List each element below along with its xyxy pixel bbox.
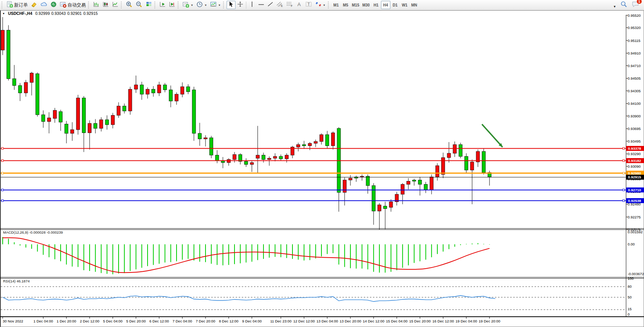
price-tick-label: 0.95320: [628, 26, 641, 30]
candle-body: [140, 85, 143, 94]
candle-body: [320, 135, 323, 141]
candle-body: [279, 156, 283, 159]
candle-body: [152, 89, 155, 93]
macd-value: -0.000028: [29, 230, 46, 234]
candle-body: [210, 138, 213, 155]
price-tick-label: 0.92075: [628, 227, 641, 231]
line-handle[interactable]: [623, 172, 625, 174]
price-tick-label: 0.95115: [628, 38, 641, 43]
price-tick-label: 0.92275: [628, 215, 641, 219]
candle-body: [59, 112, 63, 122]
candle-body: [326, 135, 329, 146]
candle-body: [71, 130, 74, 133]
time-tick-label: 5 Dec 04:00: [103, 319, 122, 323]
candle-body: [36, 74, 39, 115]
candle-body: [442, 158, 445, 175]
candles-layer: [1, 17, 491, 230]
price-tick-label: 0.94910: [628, 51, 641, 55]
candle-body: [30, 73, 34, 82]
candle-body: [53, 111, 56, 119]
time-tick-label: 2 Dec 12:00: [80, 319, 99, 323]
trend-arrow[interactable]: [482, 124, 503, 147]
quote-close: 0.92915: [83, 11, 98, 16]
price-badge-label: 0.92710: [628, 188, 641, 192]
candle-body: [42, 115, 45, 122]
time-tick-label: 8 Dec 12:00: [219, 319, 238, 323]
candle-body: [82, 98, 85, 133]
candle-body: [128, 89, 132, 111]
line-handle[interactable]: [623, 189, 625, 191]
time-tick-label: 11 Dec 23:00: [270, 319, 292, 323]
candle-body: [134, 85, 138, 89]
candle-body: [302, 144, 306, 146]
rsi-axis-label: 50: [628, 295, 632, 299]
time-tick-label: 13 Dec 20:00: [340, 319, 361, 323]
candle-body: [273, 156, 277, 158]
price-tick-label: 0.93290: [628, 152, 641, 156]
macd-axis-label: 0.00: [628, 242, 635, 246]
candle-body: [204, 138, 207, 139]
time-tick-label: 15 Dec 04:00: [386, 319, 408, 323]
macd-indicator-label: MACD(12,26,9) -0.000028 -0.000239: [3, 230, 63, 234]
candle-body: [105, 120, 109, 125]
line-handle[interactable]: [2, 189, 3, 191]
price-badge-label: 0.92538: [628, 199, 641, 203]
time-tick-label: 19 Dec 04:00: [456, 319, 477, 323]
macd-panel: 0.0015920.00-0.003672: [3, 230, 644, 276]
candle-body: [447, 153, 451, 157]
candle-body: [47, 118, 51, 122]
rsi-axis-label: 100: [628, 276, 634, 281]
price-badge-label: 0.92915: [628, 175, 641, 179]
line-handle[interactable]: [623, 200, 625, 202]
candle-body: [244, 161, 248, 164]
candle-body: [18, 85, 22, 93]
candle-body: [378, 205, 381, 211]
chart-canvas: 10080501500.0015920.00-0.0036720.955200.…: [0, 0, 644, 327]
candle-body: [186, 87, 190, 92]
line-handle[interactable]: [2, 160, 3, 162]
candle-body: [413, 180, 416, 181]
candle-body: [256, 155, 259, 158]
chart-title-expander-icon[interactable]: ▼: [2, 12, 5, 15]
candle-body: [372, 186, 375, 211]
candle-body: [65, 124, 68, 133]
time-tick-label: 15 Dec 20:00: [409, 319, 431, 323]
candle-body: [13, 79, 16, 85]
candle-body: [297, 144, 300, 147]
candle-body: [157, 85, 161, 93]
level-lines: 0.933780.931820.929800.929150.927100.925…: [1, 146, 644, 203]
candle-body: [123, 106, 126, 111]
candle-body: [215, 155, 219, 161]
candle-body: [169, 90, 172, 101]
macd-signal-value: -0.000239: [47, 230, 63, 234]
line-handle[interactable]: [623, 160, 625, 162]
candle-body: [343, 180, 346, 192]
time-tick-label: 19 Dec 20:00: [479, 319, 501, 323]
quote-open: 0.92999: [35, 11, 50, 16]
time-tick-label: 14 Dec 12:00: [363, 319, 385, 323]
candle-body: [465, 156, 468, 170]
price-tick-label: 0.94100: [628, 101, 641, 106]
candle-body: [233, 154, 236, 159]
candle-body: [250, 163, 254, 165]
rsi-line: [3, 295, 495, 301]
candle-body: [418, 180, 422, 184]
line-handle[interactable]: [2, 200, 3, 202]
candle-body: [94, 123, 97, 128]
panel-borders: [0, 15, 644, 317]
line-handle[interactable]: [2, 147, 3, 149]
rsi-name: RSI(14): [3, 279, 16, 283]
candle-body: [76, 98, 80, 130]
rsi-value: 46.1874: [16, 279, 29, 283]
price-tick-label: 0.93495: [628, 139, 641, 143]
chart-title: ▼ USDCHF-,H4 0.92999 0.93043 0.92901 0.9…: [2, 11, 98, 16]
candle-body: [389, 202, 393, 207]
candle-body: [308, 143, 312, 146]
candle-body: [24, 82, 27, 93]
price-tick-label: 0.93695: [628, 127, 641, 131]
candle-body: [471, 162, 474, 170]
line-handle[interactable]: [623, 147, 625, 149]
line-handle[interactable]: [2, 172, 3, 174]
candle-body: [360, 176, 364, 177]
price-tick-label: 0.94505: [628, 76, 641, 80]
